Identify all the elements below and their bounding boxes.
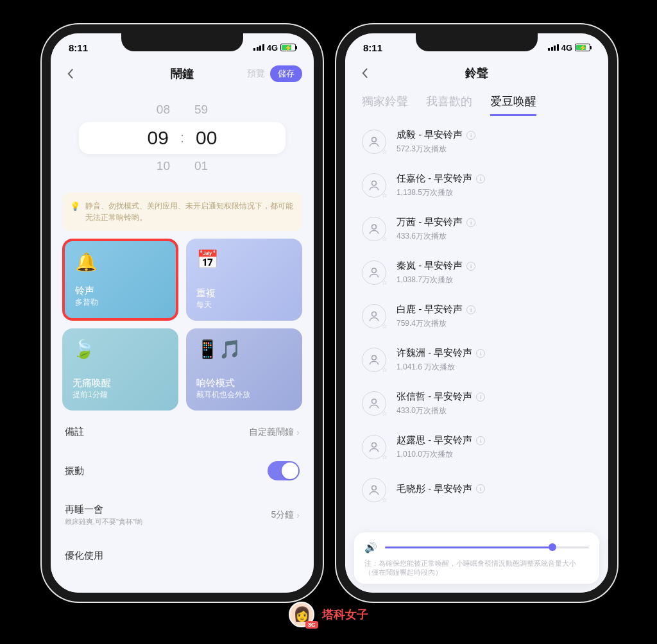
info-icon[interactable]: i [466, 218, 475, 227]
avatar-icon: ☆ [362, 260, 386, 285]
svg-point-6 [372, 399, 377, 403]
item-plays: 433.6万次播放 [397, 231, 475, 242]
info-icon[interactable]: i [476, 349, 485, 358]
row-remark[interactable]: 備註 自定義鬧鐘› [62, 414, 302, 450]
info-icon[interactable]: i [476, 393, 485, 402]
phone-right: 8:11 4G ⚡ 鈴聲 獨家鈴聲 我喜歡的 爱豆唤醒 ☆成毅 - 早安铃声 i… [336, 24, 617, 602]
svg-point-8 [372, 486, 377, 490]
chevron-right-icon: › [296, 427, 300, 437]
list-item[interactable]: ☆秦岚 - 早安铃声 i1,038.7万次播放 [345, 251, 608, 294]
row-snooze-value: 5分鐘 [271, 509, 294, 521]
avatar-icon: ☆ [362, 391, 386, 416]
card-ring[interactable]: 📱🎵 响铃模式戴耳机也会外放 [186, 328, 302, 411]
picker-colon: : [180, 130, 184, 146]
calendar-icon: 📅 [196, 249, 292, 269]
row-opt[interactable]: 優化使用 [62, 538, 302, 573]
card-wake[interactable]: 🍃 无痛唤醒提前1分鐘 [62, 328, 178, 411]
list-item[interactable]: ☆张信哲 - 早安铃声 i433.0万次播放 [345, 382, 608, 425]
avatar-icon: ☆ [362, 130, 386, 154]
picker-prev-hour: 08 [157, 103, 170, 117]
vibrate-toggle[interactable] [268, 461, 300, 480]
status-time: 8:11 [69, 42, 88, 53]
svg-point-5 [372, 355, 377, 360]
row-snooze[interactable]: 再睡一會賴床雖爽,可不要"貪杯"喲 5分鐘› [62, 492, 302, 538]
avatar-icon: ☆ [362, 304, 386, 328]
card-repeat-label: 重複 [196, 287, 292, 300]
info-icon[interactable]: i [466, 131, 475, 140]
item-plays: 572.3万次播放 [397, 144, 475, 155]
svg-point-1 [372, 181, 377, 185]
list-item[interactable]: ☆成毅 - 早安铃声 i572.3万次播放 [345, 120, 608, 164]
screen-right: 8:11 4G ⚡ 鈴聲 獨家鈴聲 我喜歡的 爱豆唤醒 ☆成毅 - 早安铃声 i… [345, 33, 608, 593]
time-picker[interactable]: 0859 09:00 1001 [51, 91, 314, 183]
avatar-icon: ☆ [362, 478, 386, 502]
list-item[interactable]: ☆许魏洲 - 早安铃声 i1,041.6 万次播放 [345, 338, 608, 382]
screen-left: 8:11 4G ⚡ 鬧鐘 預覽 儲存 0859 09:00 1001 静音、勿扰… [51, 33, 314, 593]
item-plays: 433.0万次播放 [397, 405, 485, 416]
svg-point-3 [372, 268, 377, 273]
card-sound-sub: 多普勒 [75, 297, 166, 308]
list-item[interactable]: ☆任嘉伦 - 早安铃声 i1,138.5万次播放 [345, 164, 608, 207]
save-button[interactable]: 儲存 [270, 65, 302, 82]
picker-sel-hour: 09 [148, 127, 169, 149]
picker-prev-min: 59 [194, 103, 208, 117]
header: 鬧鐘 預覽 儲存 [51, 62, 314, 91]
back-button[interactable] [62, 66, 78, 81]
card-ring-sub: 戴耳机也会外放 [196, 389, 292, 400]
preview-button[interactable]: 預覽 [247, 68, 265, 80]
watermark-name: 塔科女子 [322, 607, 368, 622]
info-icon[interactable]: i [476, 436, 485, 445]
list-item[interactable]: ☆白鹿 - 早安铃声 i759.4万次播放 [345, 294, 608, 338]
item-name: 毛晓彤 - 早安铃声 i [397, 483, 485, 495]
card-repeat[interactable]: 📅 重複每天 [186, 239, 302, 321]
picker-next-hour: 10 [157, 159, 170, 173]
battery-icon: ⚡ [575, 44, 590, 51]
info-icon[interactable]: i [466, 262, 475, 271]
card-wake-label: 无痛唤醒 [73, 377, 168, 389]
info-icon[interactable]: i [476, 484, 485, 493]
item-plays: 1,010.0万次播放 [397, 449, 485, 460]
svg-point-4 [372, 312, 377, 316]
network-label: 4G [267, 43, 278, 53]
row-vibrate: 振動 [62, 450, 302, 492]
card-sound[interactable]: 🔔 铃声多普勒 [62, 239, 178, 321]
item-name: 赵露思 - 早安铃声 i [397, 434, 485, 446]
volume-slider[interactable] [385, 547, 589, 548]
card-wake-sub: 提前1分鐘 [73, 389, 168, 400]
header: 鈴聲 [345, 62, 608, 90]
watermark-badge: 3C [305, 621, 318, 629]
signal-icon [253, 44, 264, 51]
signal-icon [548, 44, 559, 51]
chevron-right-icon: › [296, 510, 300, 520]
page-title: 鬧鐘 [171, 66, 194, 81]
tab-idol[interactable]: 爱豆唤醒 [490, 94, 536, 116]
tab-liked[interactable]: 我喜歡的 [426, 94, 472, 116]
volume-card: 🔊 注：為確保您能被正常喚醒，小睡眠會視情況動態調整系統音量大小（僅在鬧鐘響起時… [354, 532, 599, 584]
item-name: 张信哲 - 早安铃声 i [397, 391, 485, 403]
item-name: 秦岚 - 早安铃声 i [397, 260, 475, 272]
row-opt-label: 優化使用 [65, 550, 103, 562]
notch [121, 33, 243, 51]
phone-left: 8:11 4G ⚡ 鬧鐘 預覽 儲存 0859 09:00 1001 静音、勿扰… [42, 24, 323, 602]
status-time: 8:11 [363, 42, 382, 53]
item-plays: 1,138.5万次播放 [397, 187, 485, 198]
item-plays: 1,041.6 万次播放 [397, 362, 485, 373]
item-name: 白鹿 - 早安铃声 i [397, 303, 475, 316]
item-name: 成毅 - 早安铃声 i [397, 129, 475, 141]
back-button[interactable] [357, 65, 372, 81]
network-label: 4G [561, 43, 572, 53]
ringtone-list[interactable]: ☆成毅 - 早安铃声 i572.3万次播放☆任嘉伦 - 早安铃声 i1,138.… [345, 119, 608, 513]
list-item[interactable]: ☆毛晓彤 - 早安铃声 i [345, 469, 608, 511]
phone-icon: 📱🎵 [196, 339, 292, 359]
list-item[interactable]: ☆万茜 - 早安铃声 i433.6万次播放 [345, 207, 608, 251]
picker-next-min: 01 [194, 159, 208, 173]
tab-exclusive[interactable]: 獨家鈴聲 [362, 94, 408, 116]
card-repeat-sub: 每天 [196, 300, 292, 310]
card-sound-label: 铃声 [75, 285, 166, 297]
avatar-icon: ☆ [362, 217, 386, 241]
picker-sel-min: 00 [196, 127, 217, 149]
list-item[interactable]: ☆赵露思 - 早安铃声 i1,010.0万次播放 [345, 425, 608, 469]
info-icon[interactable]: i [466, 305, 475, 314]
info-icon[interactable]: i [476, 174, 485, 183]
row-snooze-hint: 賴床雖爽,可不要"貪杯"喲 [65, 517, 142, 527]
